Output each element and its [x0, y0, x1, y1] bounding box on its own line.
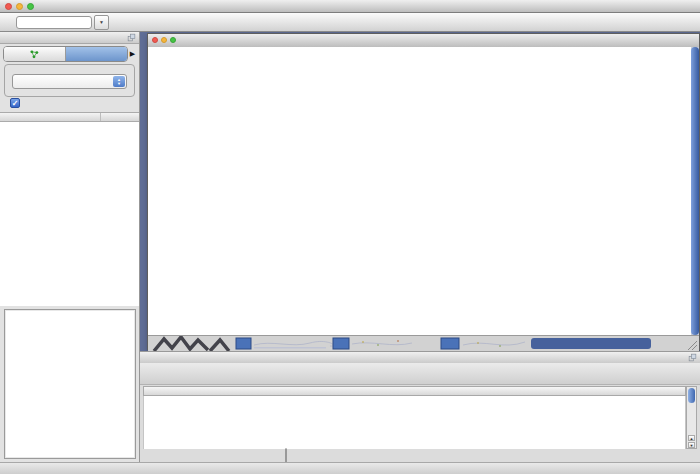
- network-view-frame[interactable]: [147, 33, 700, 350]
- search-input[interactable]: [16, 16, 92, 29]
- tree-column-network[interactable]: [0, 113, 101, 121]
- control-panel-tabs: ▶: [3, 46, 137, 61]
- zoom-button[interactable]: [27, 3, 34, 10]
- tab-network[interactable]: [4, 47, 66, 61]
- table-vertical-scrollbar[interactable]: ▲ ▼: [686, 386, 697, 449]
- minimize-button[interactable]: [16, 3, 23, 10]
- search-group: ▼: [14, 14, 128, 31]
- select-nodes-row: ✓: [10, 98, 24, 108]
- background-windows-strip: [148, 335, 699, 351]
- window-titlebar[interactable]: [0, 0, 700, 13]
- attribute-browser-tabs: [285, 448, 287, 463]
- chevron-down-icon: ▼: [99, 19, 104, 25]
- attribute-table-header: [143, 386, 686, 396]
- select-nodes-checkbox[interactable]: ✓: [10, 98, 20, 108]
- network-canvas[interactable]: [148, 47, 692, 335]
- data-panel: ▲ ▼: [140, 351, 700, 462]
- control-panel-header: [0, 32, 139, 44]
- network-desktop: [140, 32, 700, 351]
- node-color-selection-group: ▲▼: [4, 64, 135, 97]
- frame-close-button[interactable]: [152, 37, 158, 43]
- close-button[interactable]: [5, 3, 12, 10]
- tree-column-nodes[interactable]: [101, 113, 139, 121]
- birds-eye-view[interactable]: [4, 309, 136, 459]
- dropdown-stepper-icon: ▲▼: [113, 76, 125, 87]
- frame-minimize-button[interactable]: [161, 37, 167, 43]
- scroll-down-icon[interactable]: ▼: [688, 442, 695, 448]
- network-frame-titlebar[interactable]: [148, 34, 699, 48]
- attribute-table[interactable]: [143, 396, 686, 449]
- scrollbar-thumb[interactable]: [688, 388, 695, 403]
- scroll-up-icon[interactable]: ▲: [688, 435, 695, 441]
- search-config-button[interactable]: [111, 14, 128, 31]
- float-panel-icon[interactable]: [688, 353, 697, 362]
- float-panel-icon[interactable]: [127, 33, 136, 42]
- attribute-dropdown[interactable]: ▲▼: [12, 74, 127, 89]
- network-tree-header: [0, 112, 139, 122]
- tab-mosaic[interactable]: [66, 47, 127, 61]
- window-controls: [5, 3, 34, 10]
- network-tree[interactable]: [0, 122, 139, 306]
- frame-window-controls: [152, 37, 176, 43]
- cytoscape-window: ▼ ▶ ▲▼: [0, 0, 700, 474]
- search-dropdown-button[interactable]: ▼: [94, 15, 109, 30]
- scrollbar-thumb[interactable]: [691, 47, 699, 335]
- data-panel-toolbar: [140, 363, 700, 385]
- main-toolbar: ▼: [0, 13, 700, 32]
- network-tab-icon: [29, 49, 39, 59]
- status-bar: [0, 462, 700, 474]
- control-panel: ▶ ▲▼ ✓: [0, 32, 140, 462]
- frame-zoom-button[interactable]: [170, 37, 176, 43]
- tab-overflow-icon[interactable]: ▶: [128, 50, 137, 58]
- canvas-vertical-scrollbar[interactable]: [691, 47, 699, 335]
